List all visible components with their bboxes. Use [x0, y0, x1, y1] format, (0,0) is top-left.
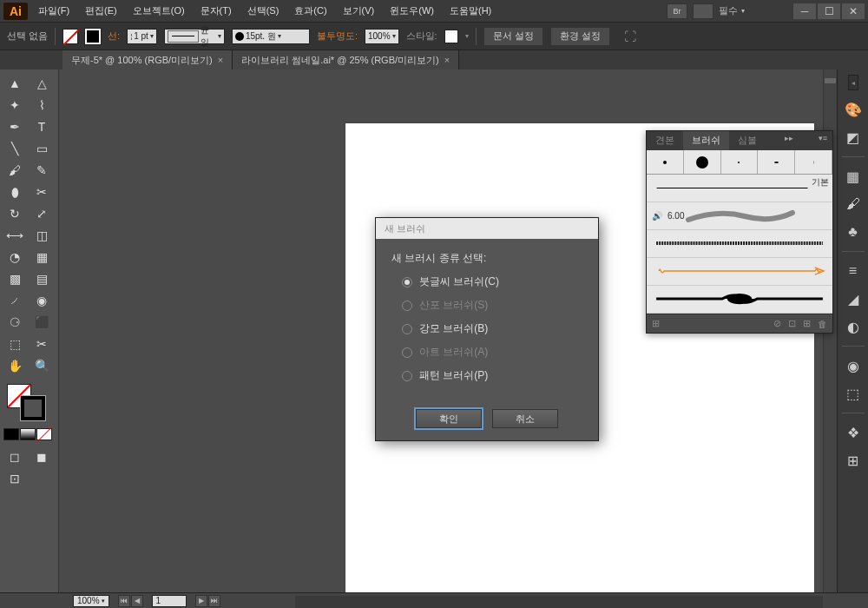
zoom-tool[interactable]: 🔍	[29, 355, 55, 376]
brushes-panel-icon[interactable]: 🖌	[841, 192, 865, 216]
ok-button[interactable]: 확인	[416, 409, 482, 428]
document-setup-button[interactable]: 문서 설정	[483, 27, 543, 46]
line-tool[interactable]: ╲	[2, 138, 28, 159]
fill-stroke-control[interactable]	[2, 382, 56, 426]
eraser-tool[interactable]: ✂	[29, 182, 55, 202]
graphic-styles-panel-icon[interactable]: ⬚	[841, 381, 865, 406]
stroke-label[interactable]: 선:	[108, 30, 120, 43]
tab-close-icon[interactable]: ×	[444, 55, 450, 65]
menu-help[interactable]: 도움말(H)	[443, 1, 498, 21]
brush-tip-2[interactable]	[684, 150, 721, 174]
hand-tool[interactable]: ✋	[2, 355, 28, 376]
symbols-panel-icon[interactable]: ♣	[841, 220, 865, 244]
menu-edit[interactable]: 편집(E)	[78, 1, 124, 21]
swatches-panel-icon[interactable]: ▦	[841, 164, 865, 188]
artboards-panel-icon[interactable]: ⊞	[841, 448, 865, 473]
panel-tab-symbols[interactable]: 심볼	[729, 131, 766, 150]
stroke-color-icon[interactable]	[21, 396, 45, 420]
brush-tip-3[interactable]	[721, 150, 759, 174]
color-panel-icon[interactable]: 🎨	[841, 97, 865, 122]
brush-options-icon[interactable]: ⊡	[788, 318, 796, 329]
menu-window[interactable]: 윈도우(W)	[383, 1, 441, 21]
style-swatch[interactable]	[444, 30, 458, 43]
paintbrush-tool[interactable]: 🖌	[2, 160, 28, 181]
mesh-tool[interactable]: ▩	[2, 268, 28, 289]
remove-stroke-icon[interactable]: ⊘	[773, 318, 781, 329]
color-mode-solid[interactable]	[3, 428, 19, 440]
artboard-number[interactable]: 1	[152, 595, 187, 607]
lasso-tool[interactable]: ⌇	[29, 95, 55, 116]
isolate-mask-icon[interactable]: ⛶	[617, 26, 643, 47]
brush-libraries-icon[interactable]: ⊞	[652, 318, 660, 329]
layers-panel-icon[interactable]: ❖	[841, 420, 865, 445]
menu-view[interactable]: 보기(V)	[336, 1, 382, 21]
variable-width-combo[interactable]: 균일▾	[164, 29, 225, 44]
cancel-button[interactable]: 취소	[492, 409, 558, 428]
document-tab-2[interactable]: 라이브러리 썸네일.ai* @ 25% (RGB/미리보기) ×	[233, 50, 459, 69]
brush-item-arrow[interactable]	[647, 258, 832, 286]
blend-tool[interactable]: ◉	[29, 290, 55, 311]
radio-pattern-brush[interactable]: 패턴 브러쉬(P)	[402, 368, 582, 383]
draw-mode-button[interactable]: ⊡	[2, 468, 28, 489]
scale-tool[interactable]: ⤢	[29, 203, 55, 224]
symbol-sprayer-tool[interactable]: ⚆	[2, 312, 28, 333]
menu-type[interactable]: 문자(T)	[194, 1, 239, 21]
brush-definition-combo[interactable]: 15pt. 원▾	[232, 29, 310, 44]
pencil-tool[interactable]: ✎	[29, 160, 55, 181]
stroke-panel-icon[interactable]: ≡	[841, 259, 865, 283]
zoom-combo[interactable]: 100% ▾	[73, 595, 109, 607]
magic-wand-tool[interactable]: ✦	[2, 95, 28, 116]
new-brush-icon[interactable]: ⊞	[803, 318, 811, 329]
slice-tool[interactable]: ✂	[29, 334, 55, 354]
color-mode-gradient[interactable]	[20, 428, 36, 440]
radio-bristle-brush[interactable]: 강모 브러쉬(B)	[402, 321, 582, 336]
opacity-combo[interactable]: 100%▾	[365, 29, 399, 44]
brush-tip-5[interactable]	[795, 150, 832, 174]
eyedropper-tool[interactable]: ⟋	[2, 290, 28, 311]
brush-item-rough[interactable]	[647, 230, 832, 258]
stroke-swatch[interactable]	[85, 29, 101, 44]
close-button[interactable]: ✕	[842, 3, 865, 19]
brush-item-ornament[interactable]	[647, 286, 832, 314]
gradient-tool[interactable]: ▤	[29, 268, 55, 289]
maximize-button[interactable]: ☐	[818, 3, 840, 19]
preferences-button[interactable]: 환경 설정	[550, 27, 610, 46]
arrange-docs-button[interactable]	[693, 3, 713, 19]
dock-expand-icon[interactable]: ◂	[848, 75, 858, 90]
perspective-tool[interactable]: ▦	[29, 247, 55, 268]
workspace-switcher[interactable]: 필수▾	[719, 4, 745, 17]
first-artboard-button[interactable]: ⏮	[118, 595, 130, 607]
screen-mode-full[interactable]: ◼	[29, 446, 55, 467]
free-transform-tool[interactable]: ◫	[29, 225, 55, 246]
rectangle-tool[interactable]: ▭	[29, 138, 55, 159]
pen-tool[interactable]: ✒	[2, 116, 28, 137]
menu-object[interactable]: 오브젝트(O)	[126, 1, 192, 21]
prev-artboard-button[interactable]: ◀	[131, 595, 143, 607]
panel-expand-icon[interactable]: ▸▸	[779, 131, 799, 150]
horizontal-scrollbar[interactable]	[295, 596, 823, 608]
gradient-panel-icon[interactable]: ◢	[841, 287, 865, 311]
stroke-weight-combo[interactable]: ¦1 pt▾	[127, 29, 157, 44]
blob-brush-tool[interactable]: ⬮	[2, 182, 28, 202]
direct-selection-tool[interactable]: △	[29, 73, 55, 94]
delete-brush-icon[interactable]: 🗑	[818, 319, 827, 329]
tab-close-icon[interactable]: ×	[218, 55, 223, 65]
graph-tool[interactable]: ⬛	[29, 312, 55, 333]
minimize-button[interactable]: ─	[793, 3, 816, 19]
type-tool[interactable]: T	[29, 116, 55, 137]
bridge-button[interactable]: Br	[667, 3, 687, 19]
menu-file[interactable]: 파일(F)	[31, 1, 76, 21]
rotate-tool[interactable]: ↻	[2, 203, 28, 224]
appearance-panel-icon[interactable]: ◉	[841, 354, 865, 378]
width-tool[interactable]: ⟷	[2, 225, 28, 246]
panel-menu-icon[interactable]: ▾≡	[813, 131, 832, 150]
brush-item-calligraphic[interactable]: 🔊 6.00	[647, 202, 832, 230]
selection-tool[interactable]: ▲	[2, 73, 28, 94]
opacity-label[interactable]: 불투명도:	[317, 30, 358, 43]
shape-builder-tool[interactable]: ◔	[2, 247, 28, 268]
color-mode-none[interactable]	[36, 428, 52, 440]
last-artboard-button[interactable]: ⏭	[208, 595, 220, 607]
brush-tip-1[interactable]	[647, 150, 684, 174]
brush-item-basic[interactable]: 기본	[647, 175, 832, 202]
panel-tab-swatches[interactable]: 견본	[647, 131, 683, 150]
